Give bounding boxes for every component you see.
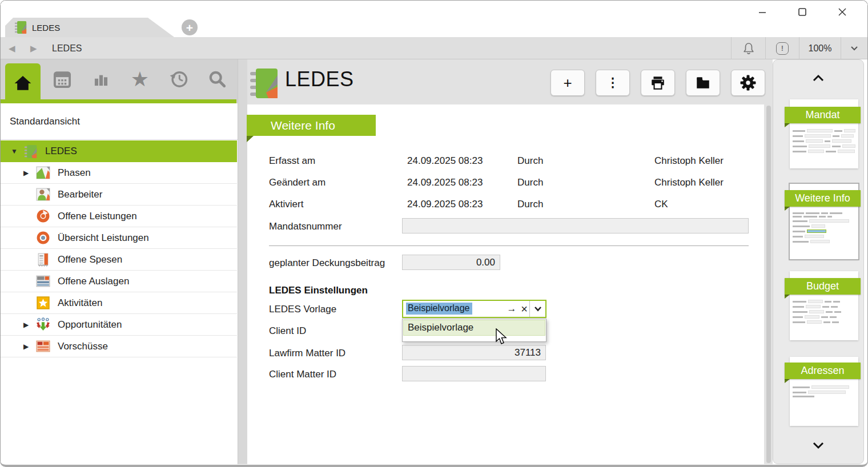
notifications-button[interactable] [731, 37, 765, 59]
forward-button[interactable]: ▶ [30, 37, 37, 59]
bar-chart-icon [92, 70, 110, 88]
history-icon [168, 69, 189, 90]
combobox-dropdown-button[interactable] [529, 301, 545, 317]
aktivitaeten-icon [36, 296, 50, 310]
zoom-menu-button[interactable] [841, 37, 867, 59]
opportunitaeten-icon [36, 317, 50, 332]
field-label: Client Matter ID [269, 369, 336, 380]
thumbnail-banner[interactable]: Weitere Info [785, 190, 861, 207]
offene-spesen-icon [36, 252, 50, 267]
open-folder-button[interactable] [686, 70, 720, 96]
field-label: Lawfirm Matter ID [269, 348, 345, 359]
expand-icon[interactable]: ▶ [23, 321, 29, 329]
field-label: Geändert am [269, 177, 326, 188]
expand-icon[interactable]: ▶ [23, 169, 29, 177]
collapse-icon[interactable]: ▼ [11, 147, 18, 155]
sidebar-item-ledes[interactable]: ▼ LEDES [1, 140, 237, 162]
plus-icon: + [186, 22, 193, 34]
sidebar-item-phasen[interactable]: ▶ Phasen [1, 162, 237, 184]
mandatsnummer-input[interactable] [402, 218, 749, 234]
forward-icon: ▶ [30, 43, 37, 54]
field-value: 24.09.2025 08:23 [407, 155, 483, 167]
field-value: Christoph Keller [654, 155, 724, 167]
star-icon: ★ [131, 69, 149, 90]
sidebar-item-offene-auslagen[interactable]: Offene Auslagen [1, 271, 237, 292]
navigation-tree: ▼ LEDES ▶ Phasen [1, 140, 237, 357]
field-value: Christoph Keller [654, 177, 724, 188]
section-banner-fold [247, 136, 254, 142]
bearbeiter-icon [36, 187, 50, 202]
sidebar-item-opportunitaeten[interactable]: ▶ Opportunitäten [1, 314, 237, 336]
tab-reports[interactable] [84, 59, 118, 99]
maximize-button[interactable] [795, 6, 809, 18]
vorschuesse-icon [36, 339, 50, 353]
combobox-selected-text: Beispielvorlage [406, 303, 472, 315]
deckungsbeitrag-input[interactable] [402, 255, 500, 270]
expand-icon[interactable]: ▶ [23, 343, 29, 351]
thumbnail-label: Adressen [801, 365, 844, 377]
field-label: Mandatsnummer [269, 221, 342, 232]
offene-auslagen-icon [36, 274, 50, 288]
sidebar-item-label: Phasen [58, 167, 91, 179]
settings-button[interactable] [731, 70, 765, 96]
scroll-up-button[interactable] [812, 74, 825, 84]
back-button[interactable]: ◀ [9, 37, 15, 59]
thumbnail-banner[interactable]: Budget [785, 278, 861, 295]
app-window: LEDES + ◀ ▶ LEDES ! 100% [0, 0, 868, 467]
folder-icon [695, 75, 711, 91]
dropdown-item-beispielvorlage[interactable]: Beispielvorlage [403, 320, 545, 336]
kebab-menu-icon: ⋮ [606, 75, 619, 90]
sidebar-item-vorschuesse[interactable]: ▶ Vorschüsse [1, 336, 237, 357]
sidebar-item-offene-spesen[interactable]: Offene Spesen [1, 249, 237, 271]
exclamation-icon: ! [776, 42, 789, 55]
tab-label: LEDES [32, 23, 60, 33]
sidebar-item-bearbeiter[interactable]: Bearbeiter [1, 184, 237, 206]
chevron-down-icon [534, 306, 542, 312]
vertical-scrollbar[interactable] [766, 106, 771, 463]
sidebar: Standardansicht ▼ LEDES ▶ [1, 103, 238, 464]
active-tab-underline [1, 99, 236, 103]
minimize-button[interactable] [756, 6, 769, 18]
panel-divider[interactable] [238, 59, 247, 464]
print-button[interactable] [641, 70, 675, 96]
sidebar-item-offene-leistungen[interactable]: Offene Leistungen [1, 206, 237, 227]
more-actions-button[interactable]: ⋮ [596, 70, 630, 96]
thumbnail-label: Weitere Info [795, 192, 850, 204]
tab-ledes[interactable]: LEDES [5, 18, 174, 37]
ledes-vorlage-combobox[interactable]: Beispielvorlage → × [402, 300, 546, 318]
tab-favorites[interactable]: ★ [123, 59, 157, 99]
lawfirm-matter-id-input[interactable] [402, 345, 546, 360]
tab-history[interactable] [162, 59, 196, 99]
goto-arrow-icon[interactable]: → [505, 302, 519, 316]
field-label: Durch [517, 177, 543, 188]
field-value: 24.09.2025 08:23 [407, 199, 483, 210]
thumbnail-preview-content [790, 209, 858, 247]
add-button[interactable]: + [550, 70, 585, 96]
clear-icon[interactable]: × [518, 301, 531, 316]
sidebar-item-aktivitaeten[interactable]: Aktivitäten [1, 292, 237, 314]
sidebar-item-label: Offene Spesen [58, 254, 122, 265]
close-button[interactable] [835, 6, 849, 18]
field-label: LEDES Vorlage [269, 304, 336, 315]
new-tab-button[interactable]: + [182, 19, 198, 35]
sidebar-item-label: Übersicht Leistungen [58, 232, 149, 244]
section-title: Weitere Info [271, 119, 335, 132]
tab-search[interactable] [200, 59, 235, 99]
bell-icon [742, 41, 756, 56]
field-label: Durch [517, 155, 543, 167]
thumbnail-banner[interactable]: Mandat [785, 107, 861, 123]
field-label: Aktiviert [269, 199, 303, 210]
thumbnail-banner-fold [785, 295, 790, 299]
field-label: Erfasst am [269, 155, 315, 167]
sidebar-item-uebersicht-leistungen[interactable]: Übersicht Leistungen [1, 227, 237, 249]
sidebar-item-label: Bearbeiter [58, 189, 102, 200]
client-matter-id-input[interactable] [402, 366, 546, 381]
zoom-level-button[interactable]: 100% [799, 37, 841, 59]
alerts-button[interactable]: ! [765, 37, 799, 59]
thumbnail-banner[interactable]: Adressen [785, 363, 861, 379]
tab-home[interactable] [5, 63, 41, 103]
section-banner-tail [247, 115, 254, 136]
scroll-down-button[interactable] [812, 441, 825, 452]
field-label: geplanter Deckungsbeitrag [269, 257, 385, 269]
tab-calendar[interactable] [45, 59, 79, 99]
